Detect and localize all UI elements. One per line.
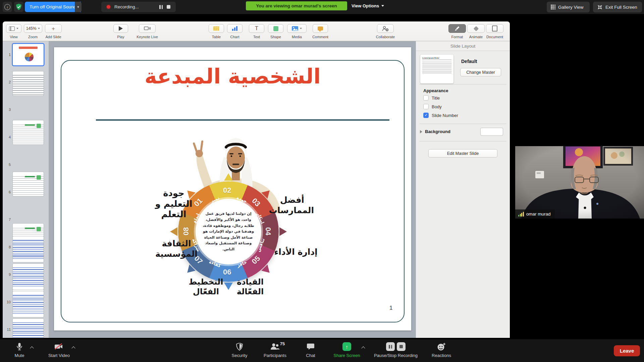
layout-name: Default — [461, 59, 477, 64]
layout-thumbnail[interactable]: Lorem Ipsum Dolor — [420, 55, 453, 83]
collaborate-button[interactable] — [377, 24, 394, 33]
table-button[interactable] — [209, 24, 224, 33]
divider — [419, 124, 506, 124]
participant-name-tag: omar murad — [515, 209, 555, 219]
comment-button[interactable] — [313, 24, 328, 33]
stop-recording-square-icon[interactable] — [397, 342, 406, 351]
slide-thumbnail-8[interactable] — [13, 236, 44, 262]
background-color-well[interactable] — [480, 128, 503, 136]
slide-thumbnail-9[interactable] — [13, 264, 44, 290]
background-disclosure[interactable]: Background — [420, 129, 450, 134]
encryption-badge[interactable] — [14, 2, 23, 12]
exit-fullscreen-icon — [597, 4, 603, 10]
participant-video[interactable]: omar murad — [515, 146, 644, 219]
slide-number-label: 9 — [3, 273, 11, 277]
slide-thumbnail-11[interactable] — [13, 319, 44, 338]
diagram-outer-label: أفضلالممارسات — [270, 195, 314, 216]
shape-button[interactable] — [268, 24, 283, 33]
title-checkbox-label: Title — [432, 96, 440, 101]
title-checkbox[interactable] — [423, 95, 429, 101]
diagram-outer-label: جودةالتعليم و التعلم — [145, 188, 202, 220]
slide-thumbnail-1[interactable] — [13, 44, 44, 65]
zoom-control[interactable]: 145% — [24, 24, 42, 33]
shape-label: Shape — [270, 35, 281, 39]
original-sound-dropdown[interactable]: ▼ — [75, 2, 82, 12]
zoom-value: 145% — [26, 26, 37, 31]
chart-label: Chart — [230, 35, 239, 39]
share-options-chevron[interactable] — [362, 346, 365, 349]
edit-master-button[interactable]: Edit Master Slide — [428, 149, 497, 158]
participants-icon: 75 — [270, 342, 280, 351]
reactions-smiley-icon — [437, 342, 446, 351]
layout-thumb-title: Lorem Ipsum Dolor — [422, 57, 451, 60]
chevron-down-icon — [300, 28, 302, 29]
slide-thumbnail-4[interactable] — [13, 172, 44, 196]
share-screen-button[interactable]: ↑ Share Screen — [322, 342, 372, 358]
divider — [419, 141, 506, 141]
turn-off-original-sound-button[interactable]: Turn off Original Sound — [25, 2, 81, 12]
slide-canvas[interactable]: الشخصية المبدعة — [49, 41, 416, 338]
format-tab[interactable] — [448, 24, 466, 33]
diagram-quote-circle: إن دولتنا لديها فريق عمل واحد، هو الأكبر… — [196, 199, 261, 264]
gallery-view-label: Gallery View — [558, 5, 584, 10]
animate-tab[interactable] — [467, 24, 485, 33]
original-sound-label: Turn off Original Sound — [30, 4, 76, 9]
pause-recording-icon[interactable] — [159, 5, 163, 9]
stop-recording-icon[interactable] — [167, 5, 170, 9]
disclosure-triangle-icon — [420, 130, 422, 133]
table-label: Table — [212, 35, 221, 39]
view-button[interactable] — [6, 24, 21, 33]
add-slide-label: Add Slide — [45, 35, 61, 39]
chat-bubble-icon — [307, 342, 315, 351]
checkbox-row-body[interactable]: Body — [423, 104, 442, 109]
document-tab[interactable] — [486, 24, 503, 33]
participants-label: Participants — [264, 353, 286, 358]
body-checkbox[interactable] — [423, 104, 429, 109]
shape-icon — [273, 26, 278, 31]
checkbox-row-slide-number[interactable]: Slide Number — [423, 113, 458, 118]
keynote-live-button[interactable] — [139, 24, 156, 33]
pause-stop-recording-button[interactable]: Pause/Stop Recording — [371, 342, 421, 358]
meeting-info-button[interactable]: i — [3, 2, 12, 12]
text-button[interactable]: T — [249, 24, 264, 33]
media-button[interactable] — [287, 24, 307, 33]
slide-navigator[interactable]: 1234567891011 — [3, 41, 49, 338]
slide-number-label: 2 — [3, 80, 11, 84]
play-button[interactable] — [113, 24, 128, 33]
start-video-label: Start Video — [48, 353, 70, 358]
mute-label: Mute — [15, 353, 24, 358]
slide-thumbnail-10[interactable] — [13, 291, 44, 317]
slide-thumbnail-2[interactable] — [13, 71, 44, 96]
slide-number-label: 7 — [3, 218, 11, 222]
chart-button[interactable] — [227, 24, 243, 33]
leave-button[interactable]: Leave — [614, 345, 640, 356]
mute-options-chevron[interactable] — [31, 346, 34, 349]
start-video-button[interactable]: Start Video — [34, 342, 84, 358]
shield-check-icon — [16, 4, 22, 10]
play-label: Play — [117, 35, 124, 39]
media-icon — [292, 26, 298, 31]
reactions-button[interactable]: Reactions — [416, 342, 467, 358]
slide-number-label: 4 — [3, 135, 11, 139]
change-master-button[interactable]: Change Master — [460, 68, 501, 76]
slide-number-checkbox[interactable] — [423, 113, 429, 118]
slide-number-label: 10 — [3, 300, 11, 304]
pause-stop-label: Pause/Stop Recording — [374, 353, 418, 358]
exit-full-screen-button[interactable]: Exit Full Screen — [593, 2, 642, 12]
collaborate-icon — [382, 26, 389, 32]
pause-recording-square-icon[interactable] — [386, 342, 395, 351]
view-options-button[interactable]: View Options — [352, 1, 384, 10]
checkbox-row-title[interactable]: Title — [423, 95, 440, 101]
video-options-chevron[interactable] — [72, 346, 75, 349]
add-slide-button[interactable]: + — [45, 24, 62, 33]
zoom-top-bar: i Turn off Original Sound ▼ Recording...… — [0, 0, 644, 14]
viewing-screen-banner: You are viewing omar murad's screen — [246, 1, 347, 10]
slide[interactable]: الشخصية المبدعة — [54, 47, 411, 330]
slide-thumbnail-3[interactable] — [13, 120, 44, 144]
participant-video-frame — [515, 146, 644, 219]
security-shield-icon — [236, 342, 243, 351]
gallery-view-button[interactable]: Gallery View — [547, 2, 590, 12]
recording-label: Recording... — [114, 4, 155, 9]
media-label: Media — [292, 35, 302, 39]
document-label: Document — [486, 35, 503, 39]
